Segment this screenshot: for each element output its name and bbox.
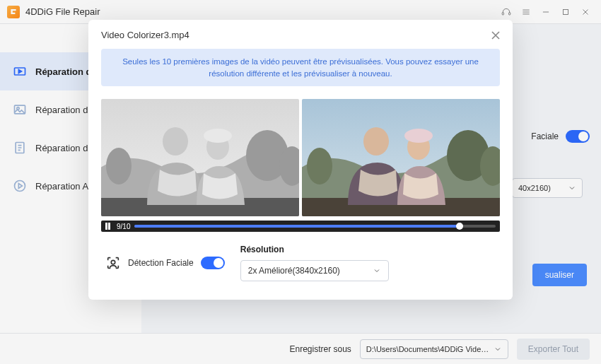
comparison-view (101, 99, 500, 216)
svg-point-10 (106, 148, 132, 184)
video-progress[interactable]: 9/10 (101, 221, 500, 232)
face-detect-label: Détection Faciale (128, 258, 194, 268)
after-pane (302, 99, 500, 216)
progress-track[interactable] (134, 225, 496, 228)
svg-point-13 (163, 127, 188, 155)
svg-point-23 (404, 129, 433, 143)
face-detect-toggle[interactable] (201, 257, 225, 269)
svg-point-24 (111, 261, 115, 265)
chevron-down-icon (373, 266, 381, 275)
info-message: Seules les 10 premières images de la vid… (101, 49, 500, 86)
frame-counter: 9/10 (117, 223, 130, 230)
modal-filename: Video Colorizer3.mp4 (101, 30, 500, 40)
svg-point-21 (363, 127, 389, 155)
progress-fill (134, 225, 459, 228)
preview-modal: Video Colorizer3.mp4 Seules les 10 premi… (88, 20, 513, 300)
svg-point-15 (204, 129, 232, 143)
face-detect-icon (105, 255, 121, 271)
close-icon[interactable] (489, 28, 503, 42)
modal-overlay: Video Colorizer3.mp4 Seules les 10 premi… (0, 0, 601, 364)
resolution-select[interactable]: 2x Amélioré(3840x2160) (240, 260, 389, 281)
pause-icon[interactable] (105, 223, 112, 230)
svg-point-18 (307, 148, 332, 184)
resolution-heading: Résolution (240, 245, 389, 254)
before-pane (101, 99, 299, 216)
progress-thumb[interactable] (456, 223, 463, 230)
